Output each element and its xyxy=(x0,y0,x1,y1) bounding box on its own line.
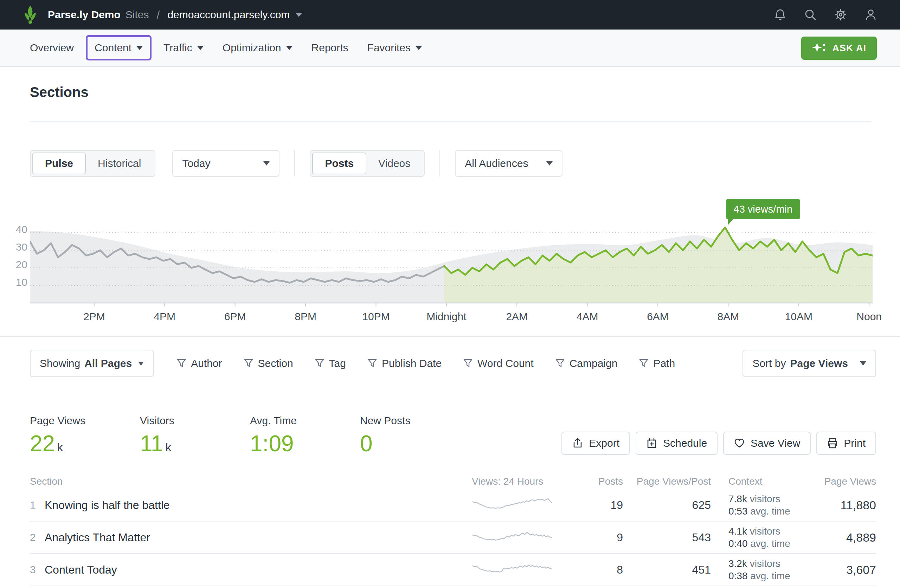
x-axis-label: 6PM xyxy=(224,311,246,323)
report-controls: PulseHistorical Today PostsVideos All Au… xyxy=(30,150,563,177)
bell-icon[interactable] xyxy=(773,8,787,22)
column-header-page-views-post[interactable]: Page Views/Post xyxy=(623,476,711,487)
filter-tag[interactable]: Tag xyxy=(315,357,346,369)
context-cell: 3.2k visitors0:38 avg. time xyxy=(711,557,816,582)
metric-visitors: Visitors11k xyxy=(140,415,250,458)
x-axis-label: 2PM xyxy=(83,311,105,323)
chevron-down-icon xyxy=(263,161,270,166)
metric-page-views: Page Views22k xyxy=(30,415,140,458)
posts-count: 19 xyxy=(560,499,623,512)
x-axis-label: 6AM xyxy=(647,311,669,323)
showing-pages-dropdown[interactable]: Showing All Pages xyxy=(30,350,154,377)
views-sparkline xyxy=(472,495,560,515)
filter-path[interactable]: Path xyxy=(639,357,675,369)
export-button[interactable]: Export xyxy=(562,431,630,455)
type-posts-button[interactable]: Posts xyxy=(312,152,366,174)
x-axis-label: 4PM xyxy=(154,311,175,323)
sort-by-dropdown[interactable]: Sort by Page Views xyxy=(743,350,876,377)
metric-label: Visitors xyxy=(140,415,250,427)
column-header-page-views[interactable]: Page Views xyxy=(816,476,876,487)
nav-item-overview[interactable]: Overview xyxy=(30,42,74,54)
nav-item-content[interactable]: Content xyxy=(86,35,152,61)
save-view-button[interactable]: Save View xyxy=(723,431,811,455)
table-header: SectionViews: 24 HoursPostsPage Views/Po… xyxy=(30,474,876,489)
showing-value: All Pages xyxy=(84,357,132,369)
posts-videos-toggle: PostsVideos xyxy=(310,150,425,177)
page-views-total: 3,607 xyxy=(816,563,876,577)
page-views-per-post: 543 xyxy=(623,531,711,544)
gear-icon[interactable] xyxy=(834,8,847,22)
nav-item-label: Reports xyxy=(312,42,348,54)
metric-number: 1:09 xyxy=(250,432,294,455)
filter-campaign[interactable]: Campaign xyxy=(556,357,618,369)
context-visitors: 7.8k visitors xyxy=(728,493,816,505)
search-icon[interactable] xyxy=(804,8,817,22)
nav-item-label: Content xyxy=(95,42,132,54)
chevron-down-icon xyxy=(197,46,203,50)
filter-publish-date[interactable]: Publish Date xyxy=(368,357,442,369)
section-link[interactable]: Knowing is half the battle xyxy=(45,499,472,512)
views-per-min-tooltip: 43 views/min xyxy=(726,199,801,219)
section-link[interactable]: Analytics That Matter xyxy=(45,531,472,544)
column-header-context[interactable]: Context xyxy=(711,476,816,487)
context-visitors: 4.1k visitors xyxy=(728,525,816,537)
funnel-icon xyxy=(556,358,565,368)
avg-time-label: avg. time xyxy=(748,538,790,549)
ask-ai-button[interactable]: ASK AI xyxy=(801,37,877,60)
avg-time-label: avg. time xyxy=(748,506,790,517)
x-axis-label: 10PM xyxy=(362,311,389,323)
funnel-icon xyxy=(177,358,186,368)
filter-word-count[interactable]: Word Count xyxy=(463,357,534,369)
views-sparkline xyxy=(472,527,560,547)
views-per-minute-chart[interactable]: 2PM4PM6PM8PM10PMMidnight2AM4AM6AM8AM10AM… xyxy=(0,197,900,330)
chevron-down-icon xyxy=(137,46,143,50)
title-divider xyxy=(30,121,871,122)
page-views-total: 4,889 xyxy=(816,531,876,545)
account-name: Parse.ly Demo xyxy=(48,9,121,21)
print-button[interactable]: Print xyxy=(816,431,876,455)
funnel-icon xyxy=(639,358,648,368)
type-videos-button[interactable]: Videos xyxy=(366,152,422,174)
filter-section[interactable]: Section xyxy=(244,357,293,369)
filter-author[interactable]: Author xyxy=(177,357,222,369)
column-header-posts[interactable]: Posts xyxy=(560,476,623,487)
mode-pulse-button[interactable]: Pulse xyxy=(33,152,86,174)
site-selector[interactable]: demoaccount.parsely.com xyxy=(168,9,290,21)
metric-number: 11 xyxy=(140,432,163,455)
filter-items: AuthorSectionTagPublish DateWord CountCa… xyxy=(177,357,697,369)
nav-item-label: Favorites xyxy=(368,42,411,54)
filter-label: Author xyxy=(191,357,222,369)
page-views-per-post: 451 xyxy=(623,563,711,576)
x-axis-label: Midnight xyxy=(427,311,466,323)
nav-item-optimization[interactable]: Optimization xyxy=(222,42,293,54)
avg-time-value: 0:53 xyxy=(728,506,748,517)
x-axis-label: 10AM xyxy=(785,311,813,323)
user-icon[interactable] xyxy=(864,8,877,22)
avg-time-label: avg. time xyxy=(748,571,790,581)
print-icon xyxy=(827,438,838,449)
audience-dropdown[interactable]: All Audiences xyxy=(455,150,563,177)
breadcrumb-sites[interactable]: Sites xyxy=(126,9,149,21)
nav-item-traffic[interactable]: Traffic xyxy=(163,42,203,54)
funnel-icon xyxy=(463,358,473,368)
schedule-button[interactable]: Schedule xyxy=(636,431,717,455)
controls-divider xyxy=(294,150,295,177)
context-visitors: 3.2k visitors xyxy=(728,557,816,570)
section-link[interactable]: Content Today xyxy=(45,563,472,576)
metric-suffix: k xyxy=(57,436,63,458)
funnel-icon xyxy=(315,358,324,368)
metric-value: 0 xyxy=(360,432,470,455)
parsely-logo-icon[interactable] xyxy=(23,5,38,25)
context-cell: 4.1k visitors0:40 avg. time xyxy=(711,525,816,550)
column-header-views-24-hours[interactable]: Views: 24 Hours xyxy=(472,476,560,487)
site-caret-icon[interactable] xyxy=(295,12,303,17)
date-range-value: Today xyxy=(182,157,210,169)
column-header-section[interactable]: Section xyxy=(30,476,472,487)
nav-item-reports[interactable]: Reports xyxy=(312,42,348,54)
nav-item-favorites[interactable]: Favorites xyxy=(368,42,422,54)
table-row: 3Content Today84513.2k visitors0:38 avg.… xyxy=(30,554,876,586)
ask-ai-label: ASK AI xyxy=(832,43,866,54)
mode-historical-button[interactable]: Historical xyxy=(86,152,153,174)
row-rank: 1 xyxy=(30,499,45,511)
date-range-dropdown[interactable]: Today xyxy=(172,150,279,177)
